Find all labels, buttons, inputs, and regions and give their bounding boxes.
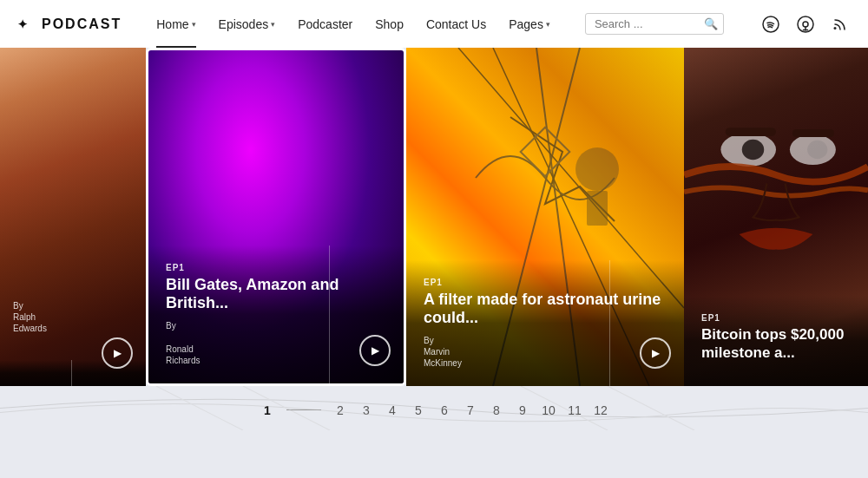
cards-grid: By Ralph Edwards ▶ EP1 Bill Gates, Amazo… [0,48,868,386]
card-3-play-button[interactable]: ▶ [640,337,671,369]
card-3-overlay: EP1 A filter made for astronaut urine co… [406,260,684,386]
card-2-ep: EP1 [166,263,386,272]
site-header: ✦ PODCAST Home ▾ Episodes ▾ Podcaster Sh… [0,0,868,48]
svg-rect-10 [587,191,608,226]
wave-section: 1 2 3 4 5 6 7 8 9 10 11 12 [0,386,868,430]
svg-point-3 [803,22,808,27]
nav-episodes[interactable]: Episodes ▾ [210,0,285,48]
svg-line-19 [521,386,608,430]
card-3-ep: EP1 [424,278,667,287]
nav-pages[interactable]: Pages ▾ [500,0,559,48]
logo-icon: ✦ [17,15,36,34]
search-box[interactable]: 🔍 [585,13,724,35]
card-1-overlay: By Ralph Edwards ▶ [0,360,146,386]
logo-text: PODCAST [42,16,122,32]
main-nav: Home ▾ Episodes ▾ Podcaster Shop Contact… [148,0,559,48]
home-chevron-icon: ▾ [192,20,196,29]
svg-rect-16 [792,129,834,137]
spotify-icon[interactable] [759,12,783,36]
card-1-play-button[interactable]: ▶ [102,337,133,369]
card-1-author: By Ralph Edwards [13,300,47,334]
site-logo[interactable]: ✦ PODCAST [17,15,122,34]
nav-shop[interactable]: Shop [366,0,412,48]
rss-icon[interactable] [828,12,852,36]
svg-point-9 [575,147,619,191]
card-2-title: Bill Gates, Amazon and British... [166,276,386,313]
svg-point-14 [807,141,827,159]
card-3-title: A filter made for astronaut urine could.… [424,291,667,328]
nav-contact[interactable]: Contact Us [418,0,495,48]
card-4-title: Bitcoin tops $20,000 milestone a... [701,326,851,362]
card-2-author: By Ronald Richards [166,320,386,366]
svg-point-13 [742,140,764,160]
card-4-overlay: EP1 Bitcoin tops $20,000 milestone a... [684,296,868,386]
svg-rect-15 [726,128,776,136]
card-2-overlay: EP1 Bill Gates, Amazon and British... By… [148,246,404,383]
card-2[interactable]: EP1 Bill Gates, Amazon and British... By… [146,48,406,386]
svg-line-17 [156,386,243,430]
svg-line-20 [608,386,694,430]
nav-home[interactable]: Home ▾ [148,0,204,48]
svg-line-18 [243,386,330,430]
search-icon: 🔍 [704,17,718,30]
nav-podcaster[interactable]: Podcaster [289,0,361,48]
pages-chevron-icon: ▾ [546,20,550,29]
svg-text:✦: ✦ [17,17,30,31]
card-3-author: By Marvin McKinney [424,335,667,369]
card-2-play-button[interactable]: ▶ [359,335,391,366]
card-1-divider [71,360,72,386]
card-4-ep: EP1 [701,313,851,323]
card-1[interactable]: By Ralph Edwards ▶ [0,48,146,386]
search-input[interactable] [595,17,699,30]
card-3[interactable]: EP1 A filter made for astronaut urine co… [406,48,684,386]
card-4[interactable]: EP1 Bitcoin tops $20,000 milestone a... [684,48,868,386]
episodes-chevron-icon: ▾ [271,20,275,29]
header-social-icons [759,12,852,36]
podcast-icon[interactable] [793,12,818,36]
